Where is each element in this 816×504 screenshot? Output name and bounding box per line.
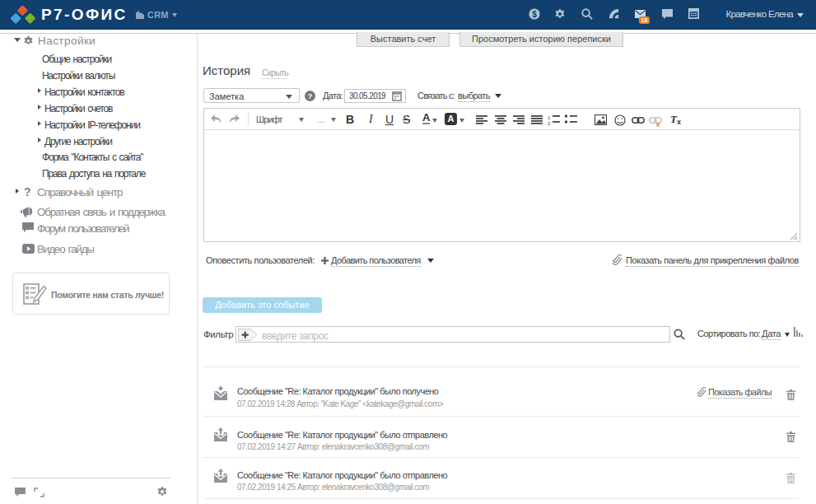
svg-text:$: $ — [532, 10, 537, 19]
svg-text:1: 1 — [548, 115, 551, 120]
svg-text:2: 2 — [548, 121, 551, 126]
